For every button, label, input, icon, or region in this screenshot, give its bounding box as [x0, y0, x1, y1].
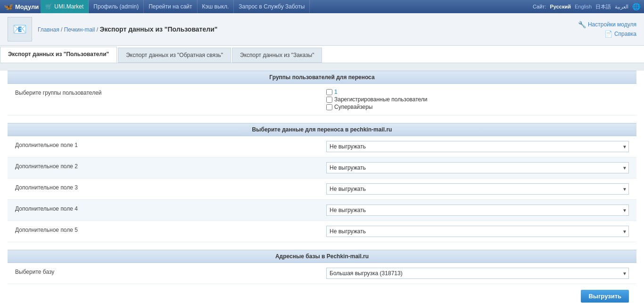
form-row-groups: Выберите группы пользователей 1 Зарегист…	[8, 84, 636, 115]
base-value: Большая выгрузка (318713) ▼	[326, 268, 629, 279]
nav-umi-market[interactable]: 🛒 UMI.Market	[41, 0, 89, 13]
cart-icon: 🛒	[45, 3, 52, 10]
base-label: Выберите базу	[15, 268, 326, 275]
groups-label: Выберите группы пользователей	[15, 89, 326, 96]
main-content: Группы пользователей для переноса Выбери…	[0, 71, 644, 303]
form-row-field1: Дополнительное поле 1 Не выгружать Email…	[8, 136, 636, 157]
field5-value: Не выгружать Email ▼	[326, 226, 629, 237]
field4-value: Не выгружать Email ▼	[326, 205, 629, 216]
checkbox-1: 1	[326, 89, 629, 95]
field3-label: Дополнительное поле 3	[15, 183, 326, 191]
breadcrumb: Главная / Печкин-mail / Экспорт данных и…	[38, 25, 217, 33]
nav-support[interactable]: Запрос в Службу Заботы	[234, 0, 310, 13]
field4-select-wrapper: Не выгружать Email ▼	[326, 205, 629, 216]
field1-label: Дополнительное поле 1	[15, 141, 326, 148]
form-row-base: Выберите базу Большая выгрузка (318713) …	[8, 263, 636, 284]
field1-value: Не выгружать Email Имя Фамилия ▼	[326, 141, 629, 152]
help-link[interactable]: 📄 Справка	[604, 30, 636, 38]
base-select-wrapper: Большая выгрузка (318713) ▼	[326, 268, 629, 279]
nav-goto-site[interactable]: Перейти на сайт	[144, 0, 197, 13]
content-wrapper: Экспорт данных из "Пользователи" Экспорт…	[0, 46, 644, 303]
settings-link[interactable]: 🔧 Настройки модуля	[578, 21, 636, 28]
butterfly-icon: 🦋	[4, 2, 13, 11]
nav-cache[interactable]: Кэш выкл.	[198, 0, 234, 13]
module-icon: 📧	[8, 17, 32, 41]
field3-select[interactable]: Не выгружать Email	[326, 183, 629, 195]
top-navigation: 🦋 Модули 🛒 UMI.Market Профиль (admin) Пе…	[0, 0, 644, 13]
header-actions: 🔧 Настройки модуля 📄 Справка	[578, 21, 636, 38]
form-row-field3: Дополнительное поле 3 Не выгружать Email…	[8, 179, 636, 200]
tab-orders[interactable]: Экспорт данных из "Заказы"	[232, 48, 322, 63]
breadcrumb-home[interactable]: Главная	[38, 26, 59, 33]
section-header-fields: Выберите данные для переноса в pechkin-m…	[8, 123, 636, 136]
logo-label: Модули	[15, 3, 39, 10]
checkbox-registered-input[interactable]	[326, 97, 332, 103]
form-row-field4: Дополнительное поле 4 Не выгружать Email…	[8, 200, 636, 221]
base-select[interactable]: Большая выгрузка (318713)	[326, 268, 629, 279]
field3-value: Не выгружать Email ▼	[326, 183, 629, 195]
field3-select-wrapper: Не выгружать Email ▼	[326, 183, 629, 195]
checkbox-supervisors: Супервайзеры	[326, 104, 629, 110]
group-1-link[interactable]: 1	[334, 89, 338, 95]
form-row-field5: Дополнительное поле 5 Не выгружать Email…	[8, 221, 636, 242]
nav-profile[interactable]: Профиль (admin)	[89, 0, 144, 13]
field1-select[interactable]: Не выгружать Email Имя Фамилия	[326, 141, 629, 152]
lang-ja[interactable]: 日本語	[595, 3, 611, 10]
field4-label: Дополнительное поле 4	[15, 205, 326, 212]
tabs-container: Экспорт данных из "Пользователи" Экспорт…	[0, 46, 644, 63]
site-label: Сайт:	[533, 4, 546, 9]
section-groups: Группы пользователей для переноса Выбери…	[8, 71, 636, 115]
field5-select-wrapper: Не выгружать Email ▼	[326, 226, 629, 237]
header-left: 📧 Главная / Печкин-mail / Экспорт данных…	[8, 17, 217, 41]
settings-icon: 🔧	[578, 21, 586, 28]
section-header-groups: Группы пользователей для переноса	[8, 71, 636, 84]
lang-en[interactable]: English	[575, 4, 592, 9]
breadcrumb-module[interactable]: Печкин-mail	[64, 26, 95, 33]
language-switcher: Сайт: Русский English 日本語 العربية 🌐	[533, 3, 640, 10]
logo[interactable]: 🦋 Модули	[4, 2, 39, 11]
checkbox-supervisors-input[interactable]	[326, 104, 332, 110]
tab-users[interactable]: Экспорт данных из "Пользователи"	[0, 47, 117, 63]
section-address: Адресные базы в Pechkin-mail.ru Выберите…	[8, 250, 636, 284]
checkbox-registered: Зарегистрированные пользователи	[326, 96, 629, 103]
lang-ru[interactable]: Русский	[550, 4, 570, 9]
breadcrumb-current: Экспорт данных из "Пользователи"	[99, 25, 217, 33]
field2-select-wrapper: Не выгружать Email Имя ▼	[326, 162, 629, 173]
field2-value: Не выгружать Email Имя ▼	[326, 162, 629, 173]
field2-label: Дополнительное поле 2	[15, 162, 326, 170]
section-data-fields: Выберите данные для переноса в pechkin-m…	[8, 123, 636, 242]
globe-icon: 🌐	[632, 3, 640, 10]
page-header: 📧 Главная / Печкин-mail / Экспорт данных…	[0, 13, 644, 46]
field1-select-wrapper: Не выгружать Email Имя Фамилия ▼	[326, 141, 629, 152]
tab-feedback[interactable]: Экспорт данных из "Обратная связь"	[118, 48, 231, 63]
field2-select[interactable]: Не выгружать Email Имя	[326, 162, 629, 173]
field5-select[interactable]: Не выгружать Email	[326, 226, 629, 237]
lang-ar[interactable]: العربية	[615, 4, 628, 10]
button-area: Выгрузить	[8, 284, 636, 303]
groups-checkboxes: 1 Зарегистрированные пользователи Суперв…	[326, 89, 629, 110]
form-row-field2: Дополнительное поле 2 Не выгружать Email…	[8, 157, 636, 179]
field4-select[interactable]: Не выгружать Email	[326, 205, 629, 216]
breadcrumb-sep1: /	[61, 26, 62, 33]
checkbox-1-input[interactable]	[326, 89, 332, 95]
field5-label: Дополнительное поле 5	[15, 226, 326, 233]
section-header-address: Адресные базы в Pechkin-mail.ru	[8, 250, 636, 263]
export-button[interactable]: Выгрузить	[581, 290, 629, 303]
help-icon: 📄	[604, 30, 612, 38]
